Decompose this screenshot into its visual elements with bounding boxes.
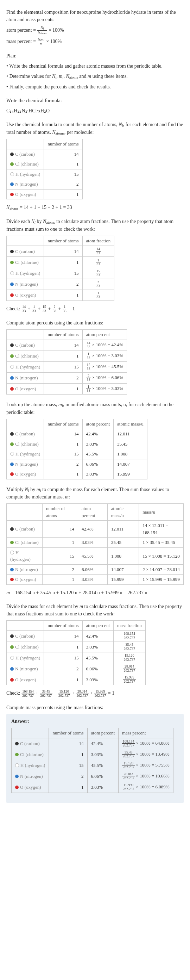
val: 42.4% (112, 342, 124, 347)
elem-label: H (hydrogen) (16, 270, 40, 276)
elem-label: C (carbon) (15, 342, 35, 348)
elem-label: O (oxygen) (15, 677, 36, 682)
col-atomic-mass: atomic mass/u (107, 504, 139, 521)
elem-label: O (oxygen) (15, 386, 36, 391)
col-num-atoms: number of atoms (49, 728, 87, 738)
cell: 2 (44, 459, 82, 469)
hydrogen-dot-icon (10, 656, 14, 660)
cell: 2 (44, 179, 82, 189)
elem-label: H (hydrogen) (16, 364, 40, 369)
mf-pre: Divide the mass for each element by (6, 604, 79, 609)
table-row: N (nitrogen)26.06%28.014262.737 × 100% =… (12, 771, 173, 782)
table-mass-fraction: number of atomsatom percentmass fraction… (6, 620, 146, 686)
table-row: Cl (chlorine)13.03%35.451 × 35.45 = 35.4… (7, 538, 184, 548)
val: 45.5% (112, 364, 124, 369)
cell: 3.03% (82, 641, 114, 652)
cell: 14 (44, 340, 82, 350)
atom-percent-formula: atom percent = NiNatoms × 100% (6, 26, 184, 35)
plan-heading: Plan: (6, 52, 184, 59)
cell: 14 × 12.011 = 168.154 (139, 521, 184, 538)
table-row: C (carbon)1442.4%12.011 (7, 429, 147, 439)
times-100: × 100% (49, 27, 64, 33)
chlorine-dot-icon (10, 162, 14, 166)
table-row: H (hydrogen)15 (7, 169, 83, 179)
carbon-dot-icon (10, 153, 14, 156)
cell: 1 (44, 674, 82, 685)
elem-label: N (nitrogen) (20, 773, 43, 779)
nitrogen-dot-icon (10, 568, 14, 571)
table-row: O (oxygen)1133 × 100% = 3.03% (7, 383, 127, 394)
val: 5.755% (155, 762, 169, 768)
atom-percent-heading: Compute atom percents using the atom fra… (6, 319, 184, 326)
cell: 2 (44, 372, 82, 383)
cell: 14 (44, 429, 82, 439)
cell: 35.45 (114, 439, 147, 449)
elem-label: H (hydrogen) (16, 172, 40, 177)
table-row: Cl (chlorine)1 (7, 159, 83, 169)
suffix: × 100% = (135, 784, 155, 789)
frac: 1433 (96, 247, 101, 255)
elem-label: C (carbon) (15, 431, 35, 436)
col-atom-percent: atom percent (82, 620, 114, 630)
cell: 1 (44, 383, 82, 394)
frac: 133 (96, 259, 101, 266)
elem-label: N (nitrogen) (15, 282, 38, 287)
chlorine-dot-icon (10, 541, 14, 544)
table-row: O (oxygen)13.03%15.999 (7, 469, 147, 479)
col-num-atoms: number of atoms (44, 419, 82, 429)
table-row: O (oxygen)1133 (7, 290, 114, 301)
cell: 15.999 (107, 574, 139, 585)
val: 3.03% (112, 386, 124, 391)
oxygen-dot-icon (10, 192, 14, 196)
cell: 35.45 (107, 538, 139, 548)
natoms-sum: Natoms = 14 + 1 + 15 + 2 + 1 = 33 (6, 204, 184, 212)
table-row: O (oxygen)13.03%15.999262.737 (7, 674, 146, 685)
cell: 42.4% (87, 738, 119, 749)
table-row: O (oxygen)13.03%15.999262.737 × 100% = 6… (12, 782, 173, 792)
atomic-mass-heading: Look up the atomic mass, mi, in unified … (6, 401, 184, 416)
elem-label: Cl (chlorine) (15, 441, 39, 447)
table-row: N (nitrogen)26.06%14.007 (7, 459, 147, 469)
elem-label: Cl (chlorine) (20, 752, 44, 757)
cell: 14 (49, 738, 87, 749)
cell: 6.06% (82, 459, 114, 469)
count-post: , per molecule: (64, 130, 94, 135)
cell: 42.4% (82, 630, 114, 641)
formula-heading: Write the chemical formula: (6, 97, 184, 104)
cell: 15 (49, 760, 87, 771)
hydrogen-dot-icon (10, 365, 14, 369)
cell: 6.06% (82, 663, 114, 674)
cell: 42.4% (78, 521, 108, 538)
elem-label: Cl (chlorine) (15, 353, 39, 359)
col-num-atoms: number of atoms (44, 620, 82, 630)
val: 13.49% (155, 751, 169, 757)
table-row: H (hydrogen)151533 × 100% = 45.5% (7, 361, 127, 372)
cell: 1 (44, 159, 82, 169)
cell: 1 (49, 782, 87, 792)
cell: 3.03% (87, 749, 119, 760)
cell: 1 (44, 641, 82, 652)
cell: 2 (49, 771, 87, 782)
chemical-formula: C₁₄H₁₂N₂·HCl·xH₂O (6, 107, 184, 115)
table-row: C (carbon)1442.4%168.154262.737 (7, 630, 146, 641)
nitrogen-dot-icon (10, 463, 14, 466)
frac-nimi-m: Nimim (37, 38, 45, 46)
table-row: Cl (chlorine)13.03%35.45262.737 × 100% =… (12, 749, 173, 760)
cell: 15 (44, 268, 82, 278)
oxygen-dot-icon (10, 473, 14, 476)
table-num-atoms: number of atoms C (carbon)14 Cl (chlorin… (6, 139, 83, 199)
mass-percent-formula: mass percent = Nimim × 100% (6, 38, 184, 46)
cell: 14 (44, 630, 82, 641)
elem-label: C (carbon) (15, 151, 35, 157)
check-label: Check: (6, 306, 21, 312)
cell: 1 (42, 574, 78, 585)
cell: 1 (49, 749, 87, 760)
nitrogen-dot-icon (10, 667, 14, 671)
times-100-2: × 100% (46, 39, 62, 44)
cell: 15 (42, 547, 78, 564)
oxygen-dot-icon (10, 578, 14, 581)
elem-label: C (carbon) (15, 526, 35, 531)
suffix: × 100% = (135, 762, 155, 768)
elem-label: Cl (chlorine) (15, 161, 39, 167)
cell: 1 (44, 290, 82, 301)
